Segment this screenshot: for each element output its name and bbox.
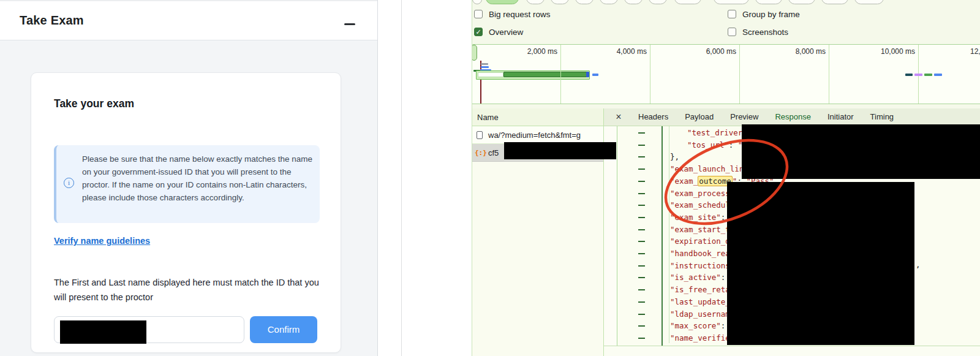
code-token: "exam_process [670, 189, 730, 198]
detail-tabs: Headers Payload Preview Response Initiat… [638, 108, 894, 126]
timeline-gridline [650, 45, 650, 104]
code-token: : [721, 273, 726, 282]
exam-panel-header: Take Exam [0, 0, 377, 40]
network-options: Big request rows ✓ Overview Group by fra… [472, 5, 980, 44]
request-bar-blue-dash [592, 74, 598, 76]
request-bar-gray [481, 63, 488, 65]
window-divider [401, 0, 402, 356]
request-bar-dash [934, 74, 942, 76]
checkbox-unchecked-icon [728, 28, 736, 36]
alert-text: Please be sure that the name below exact… [82, 153, 315, 204]
code-token: "exam_schedul [670, 200, 730, 210]
screenshot-root: Take Exam Take your exam i Please be sur… [0, 0, 980, 356]
info-icon: i [64, 178, 74, 188]
exam-panel-title: Take Exam [20, 13, 84, 28]
filter-pill[interactable] [472, 0, 482, 4]
verify-name-guidelines-link[interactable]: Verify name guidelines [54, 236, 150, 246]
filter-pill-active[interactable] [486, 0, 519, 4]
filter-pill[interactable] [755, 0, 782, 4]
tab-preview[interactable]: Preview [730, 108, 758, 126]
response-footer-bar [604, 346, 980, 356]
request-bar-blue-tip [586, 72, 589, 77]
code-token: : [721, 321, 726, 330]
code-token: "exam_site" [670, 213, 721, 222]
requests-name-column-header[interactable]: Name [472, 108, 603, 126]
close-icon[interactable]: × [612, 111, 625, 123]
code-token: "exam_start_t [670, 225, 730, 234]
timeline-tick-label: 2,000 ms [508, 47, 557, 56]
confirm-button[interactable]: Confirm [250, 316, 317, 343]
filter-pill[interactable] [649, 0, 667, 4]
panel-gap [379, 0, 472, 356]
filter-pill[interactable] [714, 0, 749, 4]
filter-pill[interactable] [551, 0, 569, 4]
document-icon [477, 131, 483, 139]
json-icon: {:} [475, 144, 487, 162]
request-bar-blue [481, 66, 489, 68]
card-heading: Take your exam [54, 97, 134, 110]
request-row-wa[interactable]: wa/?medium=fetch&fmt=g [472, 126, 603, 144]
code-token: "instructions [670, 261, 730, 270]
filter-pill[interactable] [600, 0, 618, 4]
code-token: "expiration_d [670, 237, 730, 246]
request-bar-dash [905, 74, 913, 76]
minus-icon [344, 23, 355, 25]
filter-pill[interactable] [624, 0, 643, 4]
code-token: }, [670, 152, 679, 161]
code-token: "last_update_ [670, 297, 730, 306]
code-token: : [721, 213, 726, 222]
code-token: "exam_launch_link [670, 164, 748, 173]
trailing-comma: , [916, 260, 921, 269]
code-token: "is_free_reta [670, 285, 730, 294]
code-token: "ldap_usernam [670, 309, 730, 319]
timeline-tick-label: 4,000 ms [598, 47, 647, 56]
code-token: "test_driver" [687, 128, 747, 137]
timeline-tick-label: 10,000 ms [866, 47, 915, 56]
timeline-gridline [829, 45, 829, 104]
timeline-drag-handle[interactable] [472, 45, 477, 61]
request-download-bar [503, 72, 588, 77]
timeline-tick-label: 6,000 ms [687, 47, 736, 56]
code-token: : [729, 140, 738, 150]
timeline-gridline [560, 45, 561, 104]
code-token: "max_score" [670, 321, 721, 330]
checkbox-unchecked-icon [474, 10, 483, 18]
timeline-tick-label: 12,000 ms [956, 47, 980, 56]
name-instruction-text: The First and Last name displayed here m… [54, 275, 321, 305]
code-token: "handbook_rea [670, 249, 730, 258]
request-bar-dash [924, 74, 932, 76]
exam-panel: Take Exam Take your exam i Please be sur… [0, 0, 378, 356]
response-redaction-top [742, 124, 980, 179]
checkbox-unchecked-icon [728, 10, 736, 18]
filter-pill[interactable] [526, 0, 545, 4]
filter-pill[interactable] [788, 0, 815, 4]
name-redaction-box [60, 320, 146, 344]
code-token: "name_verifie [670, 333, 730, 343]
take-exam-card: Take your exam i Please be sure that the… [31, 72, 341, 353]
request-bar-dash [914, 74, 922, 76]
request-name-redaction [504, 142, 616, 159]
filter-pill[interactable] [575, 0, 594, 4]
timeline-gridline [739, 45, 740, 104]
code-token: "exam_ [670, 176, 698, 186]
timeline-tick-label: 8,000 ms [777, 47, 826, 56]
code-token: "tos_url" [687, 140, 729, 150]
filter-pill[interactable] [854, 0, 884, 4]
tab-timing[interactable]: Timing [870, 108, 894, 126]
name-match-alert: i Please be sure that the name below exa… [54, 145, 320, 223]
filter-pill[interactable] [674, 0, 701, 4]
devtools-network-panel: Big request rows ✓ Overview Group by fra… [472, 0, 980, 356]
tab-payload[interactable]: Payload [685, 108, 714, 126]
timeline-overview[interactable]: 2,000 ms4,000 ms6,000 ms8,000 ms10,000 m… [472, 44, 980, 104]
request-waiting-bar [478, 72, 503, 77]
code-token: "is_active" [670, 273, 721, 282]
checkbox-checked-icon: ✓ [474, 28, 483, 36]
response-redaction-main [727, 182, 914, 345]
filter-pills-row [472, 0, 980, 5]
detail-tabbar: × Headers Payload Preview Response Initi… [604, 108, 980, 126]
filter-pill[interactable] [821, 0, 848, 4]
tab-initiator[interactable]: Initiator [827, 108, 854, 126]
tab-headers[interactable]: Headers [638, 108, 668, 126]
minimize-button[interactable] [342, 17, 358, 31]
tab-response[interactable]: Response [775, 108, 811, 126]
